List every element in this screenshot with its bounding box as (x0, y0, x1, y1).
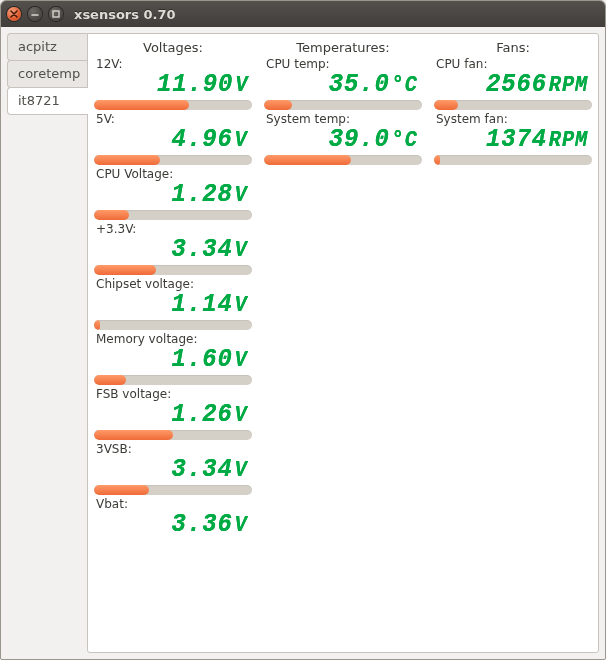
sensor-chipset-voltage: Chipset voltage: 1.14V (94, 277, 252, 330)
sensor-value: 35.0°C (264, 69, 422, 99)
voltages-column: Voltages: 12V: 11.90V 5V: 4.96V CPU Volt… (94, 38, 252, 552)
sensor-vbat: Vbat: 3.36V (94, 497, 252, 550)
sensor-value: 3.34V (94, 234, 252, 264)
sensor-memory-voltage: Memory voltage: 1.60V (94, 332, 252, 385)
temperatures-column: Temperatures: CPU temp: 35.0°C System te… (264, 38, 422, 167)
svg-rect-0 (53, 11, 59, 17)
sensor-cpu-temp: CPU temp: 35.0°C (264, 57, 422, 110)
sensor-value: 39.0°C (264, 124, 422, 154)
titlebar[interactable]: xsensors 0.70 (1, 1, 605, 27)
sensor-bar (94, 485, 252, 495)
minimize-icon[interactable] (28, 7, 42, 21)
tab-acpitz[interactable]: acpitz (7, 33, 87, 61)
sensor-bar (94, 155, 252, 165)
sensor-value: 1.14V (94, 289, 252, 319)
sensor-value: 1.28V (94, 179, 252, 209)
sensor-3v3: +3.3V: 3.34V (94, 222, 252, 275)
sensor-value: 3.36V (94, 509, 252, 539)
fans-column: Fans: CPU fan: 2566RPM System fan: 1374R… (434, 38, 592, 167)
fans-heading: Fans: (434, 40, 592, 55)
sensor-bar (94, 320, 252, 330)
sensor-5v: 5V: 4.96V (94, 112, 252, 165)
sensor-bar (264, 100, 422, 110)
sensor-bar (94, 375, 252, 385)
sensor-12v: 12V: 11.90V (94, 57, 252, 110)
window-title: xsensors 0.70 (74, 7, 176, 22)
sensor-bar (264, 155, 422, 165)
sensor-value: 1.26V (94, 399, 252, 429)
sensor-bar (94, 210, 252, 220)
sensor-value: 3.34V (94, 454, 252, 484)
sensor-value: 11.90V (94, 69, 252, 99)
sensor-bar (94, 265, 252, 275)
sidebar-tabs: acpitz coretemp it8721 (1, 27, 87, 659)
sensor-cpu-fan: CPU fan: 2566RPM (434, 57, 592, 110)
sensor-bar (434, 100, 592, 110)
voltages-heading: Voltages: (94, 40, 252, 55)
close-icon[interactable] (7, 7, 21, 21)
sensor-value: 1374RPM (434, 124, 592, 154)
sensor-cpu-voltage: CPU Voltage: 1.28V (94, 167, 252, 220)
sensor-3vsb: 3VSB: 3.34V (94, 442, 252, 495)
sensor-value: 2566RPM (434, 69, 592, 99)
sensor-bar (434, 155, 592, 165)
sensor-panel: Voltages: 12V: 11.90V 5V: 4.96V CPU Volt… (87, 33, 599, 653)
temperatures-heading: Temperatures: (264, 40, 422, 55)
tab-coretemp[interactable]: coretemp (7, 60, 87, 88)
sensor-fsb-voltage: FSB voltage: 1.26V (94, 387, 252, 440)
sensor-bar (94, 100, 252, 110)
maximize-icon[interactable] (49, 7, 63, 21)
sensor-value: 4.96V (94, 124, 252, 154)
sensor-system-fan: System fan: 1374RPM (434, 112, 592, 165)
sensor-value: 1.60V (94, 344, 252, 374)
sensor-bar (94, 430, 252, 440)
tab-it8721[interactable]: it8721 (7, 87, 87, 115)
sensor-system-temp: System temp: 39.0°C (264, 112, 422, 165)
app-window: xsensors 0.70 acpitz coretemp it8721 Vol… (0, 0, 606, 660)
content-area: acpitz coretemp it8721 Voltages: 12V: 11… (1, 27, 605, 659)
